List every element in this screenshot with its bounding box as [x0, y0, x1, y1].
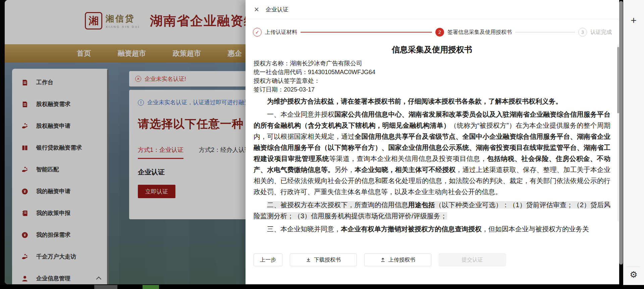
submit-certification-button: 提交认证 — [439, 253, 506, 266]
browser-window: 湘 湘信贷 XIANG XIN DAI 湖南省企业融资综合信 首页融资超市政策超… — [5, 0, 619, 284]
step-label: 认证完成 — [590, 29, 612, 36]
button-label: 上传授权书 — [388, 256, 415, 264]
document-title: 信息采集及使用授权书 — [254, 44, 610, 55]
modal-actions: 上一步下载授权书上传授权书提交认证 — [254, 253, 506, 266]
step-connector — [515, 32, 575, 33]
step-connector — [301, 32, 432, 33]
rail-divider — [627, 267, 640, 267]
document-paragraphs: 为维护授权方合法权益，请在签署本授权书前，仔细阅读本授权书各条款，了解本授权书权… — [254, 96, 610, 235]
doc-paragraph-0: 为维护授权方合法权益，请在签署本授权书前，仔细阅读本授权书各条款，了解本授权书权… — [254, 96, 610, 107]
upload-authorization-button[interactable]: 上传授权书 — [364, 253, 431, 266]
doc-field-1: 统一社会信用代码：91430105MAC0WFJG64 — [254, 68, 610, 76]
taskbar-segment-0 — [94, 285, 117, 289]
step-circle: 2 — [435, 28, 444, 37]
close-icon[interactable]: ✕ — [254, 6, 259, 13]
upload-icon — [380, 257, 385, 263]
modal-header: ✕ 企业认证 — [246, 0, 619, 19]
step-circle: ✓ — [253, 28, 262, 37]
step-1-done: ✓上传认证材料 — [253, 28, 297, 37]
enterprise-cert-modal: ✕ 企业认证 ✓上传认证材料2签署信息采集及使用授权书3认证完成 信息采集及使用… — [246, 0, 619, 284]
previous-step-button[interactable]: 上一步 — [254, 253, 282, 266]
step-label: 签署信息采集及使用授权书 — [447, 29, 512, 36]
step-label: 上传认证材料 — [265, 29, 297, 36]
taskbar — [0, 285, 644, 289]
taskbar-segment-1 — [143, 285, 159, 289]
step-indicator: ✓上传认证材料2签署信息采集及使用授权书3认证完成 — [246, 28, 619, 37]
step-2-active: 2签署信息采集及使用授权书 — [435, 28, 512, 37]
download-authorization-button[interactable]: 下载授权书 — [290, 253, 357, 266]
page-scrollbar-thumb[interactable] — [619, 1, 623, 265]
doc-field-2: 授权方确认签字盖章处： — [254, 76, 610, 85]
button-label: 上一步 — [260, 256, 276, 264]
settings-gear-icon[interactable]: ⚙ — [623, 270, 644, 279]
doc-field-3: 签订日期：2025-03-17 — [254, 85, 610, 94]
authorization-document: 信息采集及使用授权书 授权方名称：湖南长沙冰奇广告有限公司统一社会信用代码：91… — [254, 43, 610, 251]
doc-paragraph-3: 三、本企业知晓并同意，本企业有权单方撤销对被授权方的信息查询授权，但如因本企业与… — [254, 224, 610, 235]
modal-title: 企业认证 — [266, 6, 288, 13]
button-label: 提交认证 — [462, 256, 483, 264]
new-tab-button[interactable]: + — [623, 15, 644, 25]
download-icon — [306, 257, 311, 263]
web-page: 湘 湘信贷 XIANG XIN DAI 湖南省企业融资综合信 首页融资超市政策超… — [5, 0, 619, 284]
screen: 湘 湘信贷 XIANG XIN DAI 湖南省企业融资综合信 首页融资超市政策超… — [0, 0, 644, 289]
button-label: 下载授权书 — [314, 256, 341, 264]
step-3-pending: 3认证完成 — [578, 28, 612, 37]
browser-side-rail: + ⚙ — [623, 0, 644, 289]
doc-field-0: 授权方名称：湖南长沙冰奇广告有限公司 — [254, 59, 610, 68]
doc-paragraph-1: 一、本企业同意并授权国家公共信用信息中心、湖南省发展和改革委员会以及入驻湖南省企… — [254, 109, 610, 197]
doc-paragraph-2: 二、被授权方在本次授权下，所查询的信用信息用途包括（以下种类企业可选）：（1）贷… — [254, 199, 610, 222]
document-fields: 授权方名称：湖南长沙冰奇广告有限公司统一社会信用代码：91430105MAC0W… — [254, 59, 610, 94]
step-circle: 3 — [578, 28, 587, 37]
